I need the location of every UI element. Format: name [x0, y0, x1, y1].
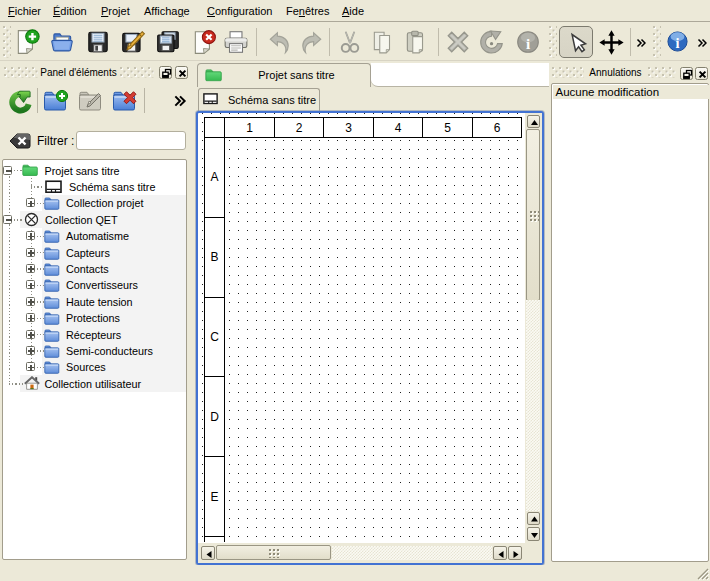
svg-text:i: i	[676, 35, 680, 51]
svg-text:D: D	[210, 410, 219, 424]
svg-text:C: C	[210, 330, 219, 344]
svg-text:4: 4	[395, 121, 402, 135]
svg-text:i: i	[525, 35, 529, 52]
svg-text:A: A	[210, 170, 218, 184]
svg-text:2: 2	[296, 121, 303, 135]
svg-text:5: 5	[444, 121, 451, 135]
svg-text:B: B	[210, 250, 218, 264]
svg-text:3: 3	[345, 121, 352, 135]
svg-text:1: 1	[246, 121, 253, 135]
svg-text:6: 6	[494, 121, 501, 135]
svg-text:E: E	[210, 490, 218, 504]
